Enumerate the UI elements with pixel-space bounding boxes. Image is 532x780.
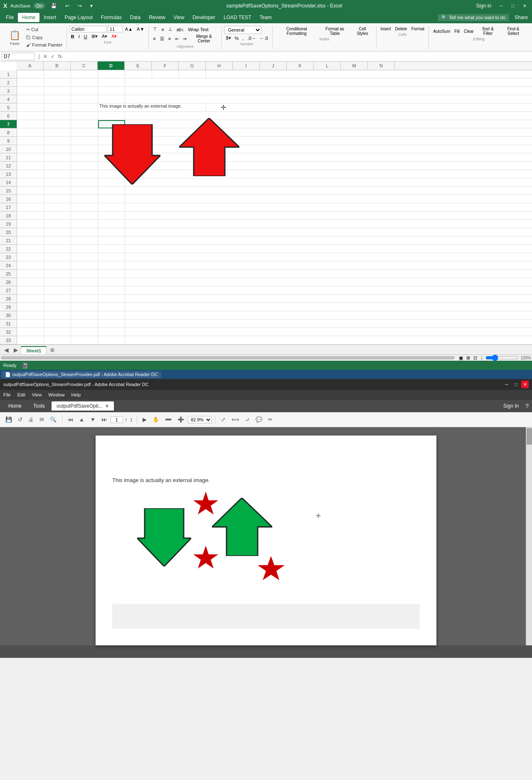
pdf-draw-btn[interactable]: ✏ — [266, 415, 275, 424]
pdf-menu-file[interactable]: File — [3, 392, 11, 397]
pdf-scrollbar-v[interactable] — [526, 427, 532, 645]
cell-b2[interactable] — [44, 79, 71, 87]
sheet-tab-sheet1[interactable]: Sheet1 — [21, 346, 47, 354]
pdf-fit-page-btn[interactable]: ⤢ — [219, 415, 228, 424]
cell-b3[interactable] — [44, 87, 71, 95]
row-13[interactable]: 13 — [0, 170, 17, 178]
row-20[interactable]: 20 — [0, 228, 17, 236]
decrease-indent-btn[interactable]: ⇐ — [173, 35, 180, 42]
next-sheet-btn[interactable]: ▶ — [11, 345, 21, 354]
cell-d1[interactable] — [98, 70, 125, 79]
normal-view-btn[interactable]: ▣ — [458, 355, 464, 361]
cell-c6[interactable] — [71, 112, 98, 120]
cell-b1[interactable] — [44, 70, 71, 79]
search-bar[interactable]: 🔍 Tell me what you want to do — [438, 14, 509, 21]
page-layout-btn[interactable]: ⊞ — [466, 355, 471, 361]
row-9[interactable]: 9 — [0, 137, 17, 145]
menu-formulas[interactable]: Formulas — [97, 13, 126, 22]
pdf-zoom-out-btn[interactable]: ➖ — [163, 415, 174, 424]
copy-button[interactable]: ⿻ Copy — [25, 34, 64, 41]
menu-loadtest[interactable]: LOAD TEST — [219, 13, 255, 22]
cell-c3[interactable] — [71, 87, 98, 95]
cell-b6[interactable] — [44, 112, 71, 120]
format-cells-btn[interactable]: Format — [409, 26, 426, 32]
cell-g1[interactable] — [179, 70, 206, 79]
row-3[interactable]: 3 — [0, 87, 17, 95]
menu-review[interactable]: Review — [145, 13, 169, 22]
menu-file[interactable]: File — [2, 13, 18, 22]
fill-btn[interactable]: Fill — [453, 28, 461, 34]
paste-button[interactable]: 📋 — [6, 29, 24, 42]
row-18[interactable]: 18 — [0, 212, 17, 220]
comma-btn[interactable]: , — [241, 35, 245, 42]
cell-c7[interactable] — [71, 120, 98, 128]
pdf-restore-btn[interactable]: □ — [512, 381, 520, 388]
cell-rest-r4[interactable] — [125, 95, 532, 103]
sort-filter-btn[interactable]: Sort & Filter — [476, 26, 500, 37]
pdf-minimize-btn[interactable]: ─ — [503, 381, 510, 388]
cell-c4[interactable] — [71, 95, 98, 103]
col-header-h[interactable]: H — [206, 62, 233, 70]
signin-btn[interactable]: Sign in — [473, 2, 494, 10]
cell-a4[interactable] — [17, 95, 44, 103]
format-as-table-btn[interactable]: Format as Table — [319, 26, 351, 37]
col-header-e[interactable]: E — [125, 62, 152, 70]
pdf-fit-width-btn[interactable]: ⟺ — [229, 415, 241, 424]
cell-c2[interactable] — [71, 79, 98, 87]
cell-d3[interactable] — [98, 87, 125, 95]
cancel-formula-btn[interactable]: ✕ — [42, 54, 49, 59]
cell-rest-r3[interactable] — [125, 87, 532, 95]
horizontal-scrollbar[interactable]: ▣ ⊞ ⊡ | 100% — [0, 354, 532, 361]
cell-b5[interactable] — [44, 103, 71, 112]
decrease-decimal-btn[interactable]: ←.0 — [258, 35, 270, 42]
cell-d6[interactable] — [98, 112, 125, 120]
row-30[interactable]: 30 — [0, 311, 17, 320]
row-2[interactable]: 2 — [0, 79, 17, 87]
zoom-slider[interactable] — [485, 354, 519, 361]
bold-button[interactable]: B — [69, 33, 76, 40]
pdf-save-btn[interactable]: 💾 — [3, 415, 14, 424]
pdf-prev-page-btn[interactable]: ▲ — [77, 415, 86, 424]
autosave-toggle[interactable]: On — [34, 3, 45, 9]
row-4[interactable]: 4 — [0, 95, 17, 103]
row-5[interactable]: 5 — [0, 103, 17, 112]
font-color-button[interactable]: A▾ — [110, 33, 118, 40]
menu-pagelayout[interactable]: Page Layout — [60, 13, 96, 22]
pdf-select-btn[interactable]: ▶ — [140, 415, 149, 424]
italic-button[interactable]: I — [77, 33, 81, 40]
pdf-signin-btn[interactable]: Sign In — [498, 401, 524, 411]
row-7[interactable]: 7 — [0, 120, 17, 128]
minimize-btn[interactable]: ─ — [497, 2, 505, 10]
pdf-next-page-btn[interactable]: ▼ — [88, 415, 98, 424]
status-book-icon[interactable]: 📓 — [20, 362, 30, 369]
cut-button[interactable]: ✂ Cut — [25, 26, 64, 33]
pdf-email-btn[interactable]: ✉ — [37, 415, 46, 424]
cell-a3[interactable] — [17, 87, 44, 95]
cell-a7[interactable] — [17, 120, 44, 128]
menu-view[interactable]: View — [170, 13, 189, 22]
align-top-btn[interactable]: ⊤ — [151, 26, 159, 33]
pdf-last-page-btn[interactable]: ⏭ — [99, 415, 109, 424]
increase-font-btn[interactable]: A▲ — [123, 26, 134, 32]
share-button[interactable]: Share — [512, 14, 530, 21]
pdf-rotate-btn[interactable]: ⤾ — [243, 415, 252, 424]
cell-f1[interactable] — [152, 70, 179, 79]
col-header-j[interactable]: J — [260, 62, 287, 70]
delete-cells-btn[interactable]: Delete — [394, 26, 409, 32]
autosum-btn[interactable]: AutoSum — [431, 28, 452, 34]
number-format-select[interactable]: General Number Currency Date — [224, 26, 261, 34]
merge-center-btn[interactable]: Merge & Center — [189, 33, 219, 44]
align-bottom-btn[interactable]: ⊥ — [167, 26, 174, 33]
cell-rest-r1[interactable] — [206, 70, 532, 79]
pdf-zoom-in-btn[interactable]: ➕ — [175, 415, 186, 424]
cell-d4[interactable] — [98, 95, 125, 103]
row-10[interactable]: 10 — [0, 145, 17, 153]
pdf-zoom-select[interactable]: 82.9% 50% 75% 100% 125% 150% — [188, 416, 212, 423]
col-header-c[interactable]: C — [71, 62, 98, 70]
increase-decimal-btn[interactable]: .0→ — [246, 35, 257, 42]
pdf-menu-help[interactable]: Help — [71, 392, 81, 397]
pdf-help-btn[interactable]: ? — [525, 403, 529, 409]
row-23[interactable]: 23 — [0, 253, 17, 261]
pdf-menu-view[interactable]: View — [32, 392, 42, 397]
col-header-k[interactable]: K — [287, 62, 314, 70]
